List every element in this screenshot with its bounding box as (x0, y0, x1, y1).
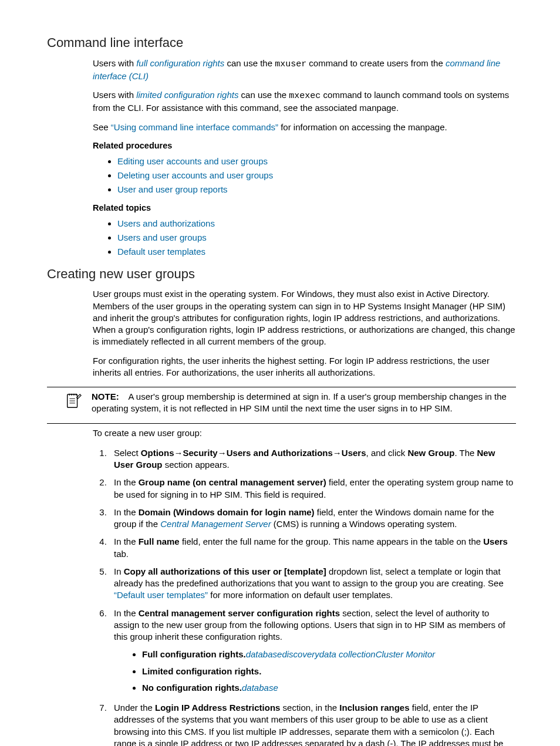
link-default-templates[interactable]: Default user templates (117, 247, 205, 256)
step-5: In Copy all authorizations of this user … (109, 565, 516, 606)
cli-paragraph-2: Users with limited configuration rights … (93, 89, 516, 114)
heading-creating-groups: Creating new user groups (47, 265, 516, 283)
link-users-authorizations[interactable]: Users and authorizations (117, 218, 215, 228)
note-label: NOTE: (92, 391, 119, 401)
step-6: In the Central management server configu… (109, 606, 516, 701)
link-full-config-rights[interactable]: full configuration rights (136, 58, 224, 68)
step-3: In the Domain (Windows domain for login … (109, 505, 516, 535)
heading-cli: Command line interface (47, 34, 516, 52)
list-item: Deleting user accounts and user groups (117, 168, 516, 183)
option-full: Full configuration rights.databasediscov… (142, 646, 516, 663)
cmd-mxuser: mxuser (275, 59, 306, 69)
step-4: In the Full name field, enter the full n… (109, 535, 516, 565)
cli-paragraph-3: See “Using command line interface comman… (93, 121, 516, 133)
list-item: Users and user groups (117, 231, 516, 245)
cli-content: Users with full configuration rights can… (93, 58, 516, 259)
note-text: NOTE: A user's group membership is deter… (92, 391, 516, 415)
step-7: Under the Login IP Address Restrictions … (109, 701, 516, 746)
list-item: Default user templates (117, 245, 516, 259)
related-topics-list: Users and authorizations Users and user … (93, 217, 516, 259)
link-limited-config-rights[interactable]: limited configuration rights (136, 90, 238, 100)
list-item: User and user group reports (117, 183, 516, 197)
steps-intro: To create a new user group: (93, 427, 516, 439)
note-rule-top (47, 387, 516, 387)
related-topics-heading: Related topics (93, 202, 516, 214)
option-none: No configuration rights.database (142, 680, 516, 696)
note-rule-bottom (47, 423, 516, 424)
list-item: Users and authorizations (117, 217, 516, 231)
link-users-groups[interactable]: Users and user groups (117, 232, 207, 242)
groups-paragraph-2: For configuration rights, the user inher… (93, 355, 516, 379)
cmd-mxexec: mxexec (289, 91, 321, 101)
option-limited: Limited configuration rights. (142, 663, 516, 680)
list-item: Editing user accounts and user groups (117, 154, 516, 168)
step-2: In the Group name (on central management… (109, 475, 516, 505)
config-rights-options: Full configuration rights.databasediscov… (114, 646, 516, 696)
steps-list: Select Options→Security→Users and Author… (93, 446, 516, 746)
link-using-cli-commands[interactable]: “Using command line interface commands” (111, 122, 278, 132)
groups-intro-block: User groups must exist in the operating … (93, 288, 516, 379)
steps-block: To create a new user group: Select Optio… (93, 427, 516, 747)
link-default-user-templates[interactable]: “Default user templates” (114, 590, 208, 600)
related-procedures-list: Editing user accounts and user groups De… (93, 154, 516, 197)
link-deleting-users[interactable]: Deleting user accounts and user groups (117, 170, 273, 180)
note-icon (65, 392, 82, 410)
step-1: Select Options→Security→Users and Author… (109, 446, 516, 476)
link-editing-users[interactable]: Editing user accounts and user groups (117, 156, 268, 166)
cli-paragraph-1: Users with full configuration rights can… (93, 58, 516, 83)
link-cms[interactable]: Central Management Server (160, 519, 271, 529)
groups-paragraph-1: User groups must exist in the operating … (93, 288, 516, 347)
link-user-reports[interactable]: User and user group reports (117, 184, 228, 194)
related-procedures-heading: Related procedures (93, 140, 516, 152)
